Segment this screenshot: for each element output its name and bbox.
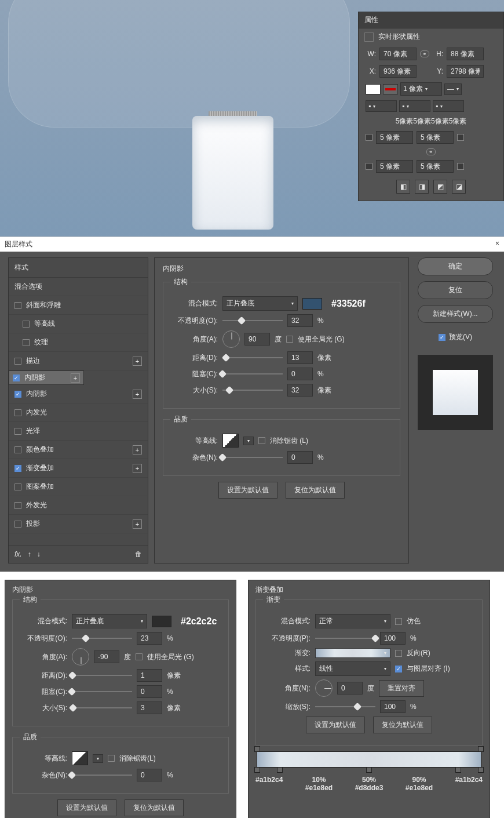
style-checkbox[interactable]: ✓ bbox=[14, 391, 21, 398]
p3-reset-align[interactable]: 重置对齐 bbox=[379, 680, 424, 697]
pathop-4-button[interactable]: ◪ bbox=[452, 180, 466, 194]
style-checkbox[interactable] bbox=[14, 409, 21, 416]
p3-blend-select[interactable]: 正常▾ bbox=[315, 614, 390, 628]
corner-tr-icon[interactable] bbox=[457, 134, 464, 141]
color-stop[interactable] bbox=[254, 767, 260, 773]
link-wh-icon[interactable]: ⚭ bbox=[420, 50, 429, 57]
stroke-width-dropdown[interactable]: 1 像素▾ bbox=[400, 82, 442, 96]
p3-scale-input[interactable] bbox=[380, 700, 406, 713]
style-item[interactable]: 斜面和浮雕 bbox=[9, 296, 148, 315]
fill-swatch[interactable] bbox=[366, 84, 381, 94]
gradient-editor[interactable]: 优优教程网 #a1b2c410%#e1e8ed50%#d8dde390%#e1e… bbox=[255, 751, 483, 792]
preview-checkbox[interactable]: ✓ bbox=[439, 334, 445, 341]
reset-default-button[interactable]: 复位为默认值 bbox=[286, 482, 345, 499]
style-checkbox[interactable] bbox=[14, 502, 21, 509]
style-item[interactable]: 描边+ bbox=[9, 352, 148, 370]
down-icon[interactable]: ↓ bbox=[37, 550, 41, 558]
contour-dropdown[interactable]: ▾ bbox=[243, 437, 254, 445]
style-checkbox[interactable]: ✓ bbox=[14, 465, 21, 472]
distance-slider[interactable] bbox=[222, 354, 283, 362]
pathop-3-button[interactable]: ◩ bbox=[433, 180, 447, 194]
p2-size-slider[interactable] bbox=[72, 704, 132, 712]
style-checkbox[interactable] bbox=[14, 521, 21, 528]
p3-align-checkbox[interactable]: ✓ bbox=[395, 666, 402, 672]
p2-global-checkbox[interactable] bbox=[136, 653, 143, 660]
style-checkbox[interactable] bbox=[23, 339, 30, 346]
add-effect-icon[interactable]: + bbox=[133, 445, 142, 455]
corner-bl-icon[interactable] bbox=[366, 163, 372, 170]
style-checkbox[interactable] bbox=[14, 428, 21, 435]
angle-dial[interactable] bbox=[222, 330, 240, 348]
fx-icon[interactable]: fx. bbox=[14, 550, 22, 558]
ok-button[interactable]: 确定 bbox=[418, 257, 493, 275]
style-checkbox[interactable] bbox=[14, 302, 21, 309]
p2-reset-default[interactable]: 复位为默认值 bbox=[125, 799, 184, 816]
p2-size-input[interactable] bbox=[137, 701, 162, 714]
corner-bl-input[interactable] bbox=[376, 160, 413, 173]
color-stop[interactable] bbox=[366, 767, 372, 773]
color-stop[interactable] bbox=[455, 767, 461, 773]
style-checkbox[interactable] bbox=[14, 446, 21, 453]
style-item[interactable]: 内发光 bbox=[9, 403, 148, 422]
angle-input[interactable] bbox=[244, 333, 270, 346]
p2-choke-input[interactable] bbox=[137, 685, 162, 698]
noise-input[interactable] bbox=[287, 451, 313, 464]
cap-dropdown[interactable]: ▪▾ bbox=[399, 100, 430, 112]
trash-icon[interactable]: 🗑 bbox=[135, 550, 142, 558]
choke-slider[interactable] bbox=[222, 370, 283, 378]
p3-dither-checkbox[interactable] bbox=[395, 618, 402, 625]
corner-br-icon[interactable] bbox=[457, 163, 464, 170]
reset-button[interactable]: 复位 bbox=[418, 281, 493, 299]
p3-angle-input[interactable] bbox=[337, 682, 363, 695]
color-stop[interactable] bbox=[277, 767, 283, 773]
pathop-2-button[interactable]: ◨ bbox=[415, 180, 429, 194]
p3-gradient-picker[interactable]: ▾ bbox=[315, 648, 390, 658]
p2-color-chip[interactable] bbox=[152, 616, 171, 627]
choke-input[interactable] bbox=[287, 368, 313, 380]
style-checkbox[interactable] bbox=[23, 321, 30, 328]
height-input[interactable] bbox=[447, 48, 484, 60]
stroke-swatch[interactable] bbox=[383, 84, 398, 94]
style-item[interactable]: 等高线 bbox=[9, 315, 148, 333]
p3-style-select[interactable]: 线性▾ bbox=[315, 661, 390, 676]
pathop-1-button[interactable]: ◧ bbox=[396, 180, 410, 194]
join-dropdown[interactable]: ▪▾ bbox=[433, 100, 464, 112]
gradient-bar[interactable] bbox=[257, 751, 481, 768]
p2-contour[interactable] bbox=[72, 751, 88, 765]
style-checkbox[interactable] bbox=[14, 358, 21, 365]
style-item[interactable]: 颜色叠加+ bbox=[9, 441, 148, 459]
corner-br-input[interactable] bbox=[417, 160, 454, 173]
antialias-checkbox[interactable] bbox=[258, 437, 265, 444]
make-default-button[interactable]: 设置为默认值 bbox=[218, 482, 277, 499]
stroke-style-dropdown[interactable]: —▾ bbox=[444, 83, 462, 95]
opacity-stop[interactable] bbox=[254, 746, 260, 752]
p2-distance-slider[interactable] bbox=[72, 671, 132, 679]
color-stop[interactable] bbox=[478, 767, 484, 773]
blend-options-item[interactable]: 混合选项 bbox=[9, 278, 148, 296]
global-light-checkbox[interactable] bbox=[286, 336, 293, 343]
style-checkbox[interactable]: ✓ bbox=[13, 375, 20, 381]
style-item[interactable]: 外发光 bbox=[9, 496, 148, 515]
p2-noise-input[interactable] bbox=[137, 769, 162, 781]
new-style-button[interactable]: 新建样式(W)... bbox=[418, 305, 493, 323]
p3-opacity-input[interactable] bbox=[380, 632, 406, 645]
add-effect-icon[interactable]: + bbox=[133, 390, 142, 399]
color-chip[interactable] bbox=[302, 298, 322, 310]
p2-opacity-input[interactable] bbox=[137, 632, 162, 645]
p2-blend-select[interactable]: 正片叠底▾ bbox=[72, 614, 147, 628]
size-input[interactable] bbox=[287, 384, 313, 397]
style-item[interactable]: ✓内阴影+ bbox=[9, 385, 148, 403]
add-effect-icon[interactable]: + bbox=[71, 373, 80, 383]
blend-mode-select[interactable]: 正片叠底▾ bbox=[222, 296, 298, 311]
x-input[interactable] bbox=[379, 65, 417, 78]
styles-header[interactable]: 样式 bbox=[9, 258, 148, 278]
p2-contour-dd[interactable]: ▾ bbox=[93, 754, 103, 763]
p3-opacity-slider[interactable] bbox=[315, 634, 375, 642]
style-checkbox[interactable] bbox=[14, 483, 21, 490]
y-input[interactable] bbox=[447, 65, 484, 78]
opacity-input[interactable] bbox=[287, 314, 313, 327]
p3-scale-slider[interactable] bbox=[315, 703, 375, 711]
link-corners-icon[interactable]: ⚭ bbox=[426, 148, 436, 155]
distance-input[interactable] bbox=[287, 351, 313, 364]
width-input[interactable] bbox=[379, 48, 417, 60]
